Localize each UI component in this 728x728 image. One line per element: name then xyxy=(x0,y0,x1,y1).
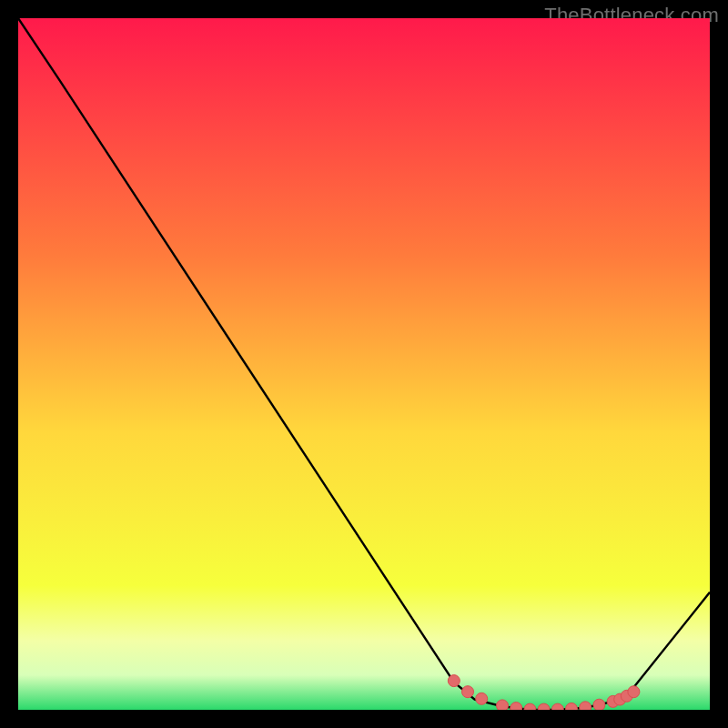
curve-marker xyxy=(476,693,488,704)
chart-stage: TheBottleneck.com xyxy=(0,0,728,728)
bottleneck-plot xyxy=(18,18,710,710)
curve-marker xyxy=(511,703,522,710)
curve-marker xyxy=(628,686,640,698)
curve-marker xyxy=(448,675,460,687)
curve-marker xyxy=(462,686,474,698)
curve-marker xyxy=(593,699,605,710)
curve-marker xyxy=(580,702,592,710)
curve-marker xyxy=(497,700,509,710)
gradient-backdrop xyxy=(18,18,710,710)
